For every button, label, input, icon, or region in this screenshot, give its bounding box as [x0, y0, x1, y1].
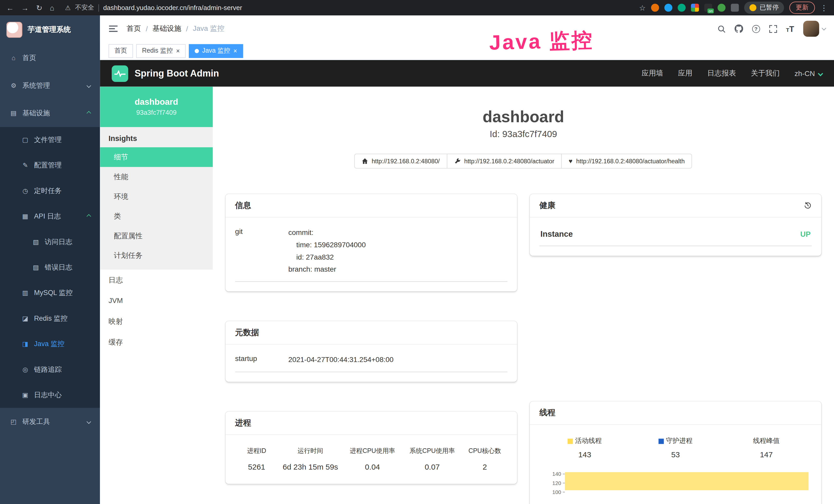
sidebar-item-label: 文件管理 — [34, 135, 62, 144]
sidebar-item-api-log[interactable]: ▦ API 日志 — [0, 204, 100, 229]
help-icon[interactable]: ? — [752, 25, 760, 32]
sidebar-item-log-center[interactable]: ▣ 日志中心 — [0, 382, 100, 408]
sba-nav-wall[interactable]: 应用墙 — [642, 69, 663, 78]
extension-drop-icon[interactable] — [664, 4, 673, 12]
sidebar-item-job[interactable]: ◷ 定时任务 — [0, 178, 100, 204]
sidebar-item-error-log[interactable]: ▨ 错误日志 — [0, 255, 100, 280]
avatar[interactable] — [803, 21, 819, 37]
browser-home-icon[interactable]: ⌂ — [50, 4, 54, 12]
chart-plot-area — [565, 469, 808, 504]
tab-label: Java 监控 — [202, 46, 230, 55]
info-card: 信息 git commit: time: 1596289704000 id: 2 — [225, 194, 517, 291]
health-url-link[interactable]: ♥ http://192.168.0.2:48080/actuator/heal… — [561, 154, 692, 168]
font-size-icon[interactable]: TT — [786, 24, 794, 33]
sidebar-item-mysql[interactable]: ▥ MySQL 监控 — [0, 280, 100, 305]
address-bar[interactable]: ⚠ 不安全 dashboard.yudao.iocoder.cn/infra/a… — [65, 3, 632, 12]
paused-badge[interactable]: 已暂停 — [744, 2, 784, 14]
sidebar-item-java[interactable]: ◨ Java 监控 — [0, 331, 100, 357]
java-monitor-icon: ◨ — [21, 340, 29, 348]
menu-item-environment[interactable]: 环境 — [100, 187, 213, 206]
back-icon[interactable]: ← — [6, 4, 14, 12]
close-icon[interactable]: × — [176, 47, 180, 54]
user-menu[interactable] — [803, 21, 826, 37]
app-sidebar: 芋道管理系统 ⌂ 首页 ⚙ 系统管理 ▤ 基础设施 ▢ 文件管理 — [0, 16, 100, 504]
extension-on-icon[interactable]: on — [704, 4, 712, 12]
sidebar-item-file[interactable]: ▢ 文件管理 — [0, 127, 100, 153]
sidebar-item-label: API 日志 — [34, 211, 61, 221]
screen: ← → ↻ ⌂ ⚠ 不安全 dashboard.yudao.iocoder.cn… — [0, 0, 834, 504]
extension-leaf-icon[interactable] — [718, 4, 726, 12]
instance-links: http://192.168.0.2:48080/ http://192.168… — [225, 154, 821, 168]
update-button[interactable]: 更新 — [789, 2, 815, 14]
security-warning-icon: ⚠ — [65, 4, 71, 12]
browser-menu-icon[interactable]: ⋮ — [820, 4, 828, 12]
sidebar-item-infra[interactable]: ▤ 基础设施 — [0, 99, 100, 127]
sidebar-item-label: Java 监控 — [34, 339, 64, 349]
sidebar-item-home[interactable]: ⌂ 首页 — [0, 44, 100, 72]
sidebar-item-label: 首页 — [22, 53, 36, 63]
close-icon[interactable]: × — [234, 47, 237, 54]
instance-label: Instance — [541, 229, 573, 238]
link-label: http://192.168.0.2:48080/actuator/health — [576, 158, 684, 164]
menu-item-classes[interactable]: 类 — [100, 206, 213, 226]
insights-section-title: Insights — [100, 127, 213, 147]
actuator-url-link[interactable]: http://192.168.0.2:48080/actuator — [447, 154, 562, 168]
health-card: 健康 Instance UP — [530, 194, 821, 256]
tab-java[interactable]: Java 监控 × — [189, 44, 243, 58]
bookmark-star-icon[interactable]: ☆ — [639, 4, 646, 12]
sba-instance-menu: dashboard 93a3fc7f7409 Insights 细节 性能 环境… — [100, 87, 213, 504]
menu-item-scheduled-tasks[interactable]: 计划任务 — [100, 246, 213, 266]
menu-item-performance[interactable]: 性能 — [100, 167, 213, 187]
tab-redis[interactable]: Redis 监控 × — [136, 44, 186, 58]
sidebar-item-label: 错误日志 — [45, 263, 72, 272]
sidebar-item-trace[interactable]: ◎ 链路追踪 — [0, 357, 100, 382]
instance-header[interactable]: dashboard 93a3fc7f7409 — [100, 87, 213, 127]
sba-nav-journal[interactable]: 日志报表 — [707, 69, 736, 78]
extension-grid-icon[interactable] — [691, 4, 699, 12]
extension-teal-icon[interactable] — [678, 4, 685, 12]
browser-toolbar-right: ☆ on 已暂停 更新 ⋮ — [639, 2, 828, 14]
menu-item-properties[interactable]: 配置属性 — [100, 226, 213, 246]
menu-item-cache[interactable]: 缓存 — [100, 332, 213, 352]
breadcrumb-infra[interactable]: 基础设施 — [153, 24, 181, 33]
url-text[interactable]: dashboard.yudao.iocoder.cn/infra/admin-s… — [103, 4, 242, 12]
status-badge: UP — [800, 230, 811, 238]
tab-home[interactable]: 首页 — [108, 44, 133, 58]
info-card-title: 信息 — [235, 201, 251, 210]
breadcrumb: 首页 / 基础设施 / Java 监控 — [127, 24, 224, 33]
sidebar-item-label: 配置管理 — [34, 160, 62, 170]
search-icon[interactable] — [717, 25, 725, 32]
sba-brand-title: Spring Boot Admin — [135, 68, 219, 79]
git-commit-id: id: 27aa832 — [288, 251, 507, 264]
sidebar-item-label: 定时任务 — [34, 186, 62, 196]
extensions-puzzle-icon[interactable] — [731, 4, 739, 12]
sba-nav-about[interactable]: 关于我们 — [751, 69, 780, 78]
infra-icon: ▤ — [9, 110, 18, 117]
sba-nav-applications[interactable]: 应用 — [678, 69, 693, 78]
breadcrumb-home[interactable]: 首页 — [127, 24, 141, 33]
menu-item-logs[interactable]: 日志 — [100, 270, 213, 290]
menu-item-details[interactable]: 细节 — [100, 147, 213, 167]
link-label: http://192.168.0.2:48080/actuator — [464, 158, 554, 164]
col-header-uptime: 运行时间 — [278, 446, 343, 456]
menu-item-jvm[interactable]: JVM — [100, 290, 213, 311]
reload-icon[interactable]: ↻ — [36, 4, 42, 12]
sidebar-item-label: MySQL 监控 — [34, 288, 73, 298]
sidebar-item-access-log[interactable]: ▧ 访问日志 — [0, 229, 100, 255]
history-icon[interactable] — [804, 202, 812, 209]
menu-item-mappings[interactable]: 映射 — [100, 311, 213, 332]
security-warning-label: 不安全 — [75, 3, 94, 12]
github-icon[interactable] — [734, 24, 743, 33]
locale-select[interactable]: zh-CN — [794, 69, 822, 77]
forward-icon[interactable]: → — [21, 4, 29, 12]
sidebar-item-system[interactable]: ⚙ 系统管理 — [0, 72, 100, 100]
fullscreen-icon[interactable] — [769, 25, 777, 32]
y-tick-100: 100 — [552, 489, 561, 495]
sidebar-item-dev-tools[interactable]: ◰ 研发工具 — [0, 408, 100, 435]
hamburger-icon[interactable] — [108, 25, 118, 32]
service-url-link[interactable]: http://192.168.0.2:48080/ — [354, 154, 447, 168]
extension-fox-icon[interactable] — [651, 4, 659, 12]
sidebar-item-redis[interactable]: ◪ Redis 监控 — [0, 306, 100, 331]
sidebar-item-config[interactable]: ✎ 配置管理 — [0, 153, 100, 178]
page-instance-id: Id: 93a3fc7f7409 — [225, 129, 821, 140]
